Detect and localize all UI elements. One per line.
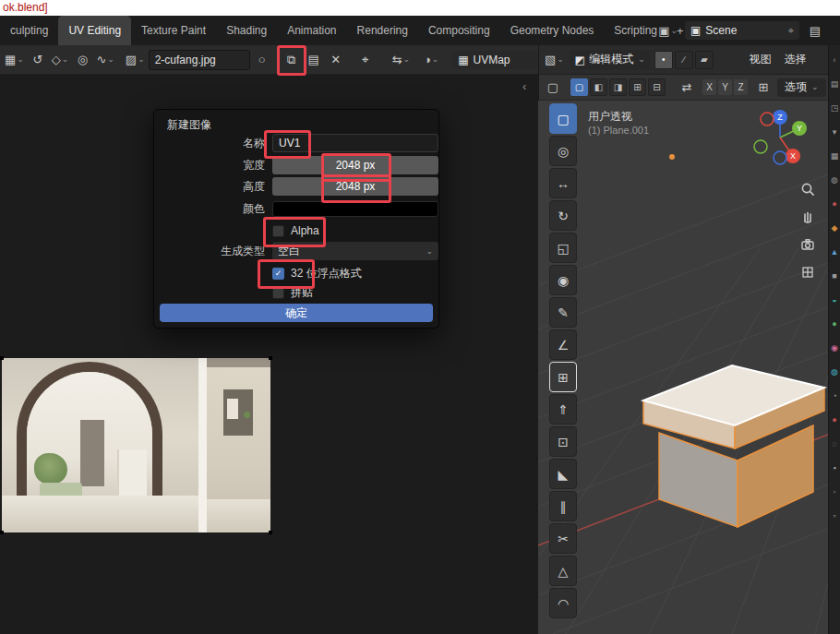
- select-option-button-4[interactable]: ⊞: [629, 78, 646, 96]
- uv-corner-handle[interactable]: [0, 531, 4, 534]
- tiled-checkbox[interactable]: [272, 287, 284, 299]
- face-select-mode-button[interactable]: ▰: [695, 51, 714, 69]
- axis-x-button[interactable]: X: [702, 79, 716, 95]
- image-name-field[interactable]: 2-cufang.jpg: [149, 50, 250, 70]
- pan-hand-icon[interactable]: [798, 208, 817, 226]
- properties-tab-icon[interactable]: ▫: [833, 512, 835, 520]
- zoom-icon[interactable]: [798, 180, 817, 198]
- workspace-tab-culpting[interactable]: culpting: [0, 16, 58, 45]
- options-dropdown[interactable]: 选项 ⌄: [777, 78, 826, 97]
- properties-tab-icon[interactable]: ◔: [832, 392, 836, 401]
- tool-extrude-region[interactable]: ⇑: [549, 394, 577, 425]
- vertex-select-mode-button[interactable]: •: [654, 51, 673, 69]
- workspace-tab-shading[interactable]: Shading: [216, 16, 277, 45]
- fake-user-button[interactable]: ○: [252, 50, 272, 70]
- properties-tab-icon[interactable]: ◒: [832, 296, 836, 305]
- falloff-button[interactable]: ∿ ⌄: [94, 50, 115, 70]
- uv-corner-handle[interactable]: [0, 356, 4, 360]
- tool-select-box[interactable]: ▢: [549, 103, 577, 134]
- orientation-button[interactable]: ⇄: [677, 78, 697, 98]
- properties-tab-icon[interactable]: ▲: [831, 248, 839, 257]
- tool-inset-faces[interactable]: ⊡: [549, 426, 577, 457]
- editor-type-button-3d[interactable]: ▧ ⌄: [543, 50, 566, 70]
- properties-tab-icon[interactable]: ◦: [833, 488, 835, 496]
- mode-dropdown[interactable]: ◩ 编辑模式 ⌄: [570, 50, 651, 70]
- properties-tab-icon[interactable]: ◍: [831, 176, 838, 185]
- properties-tab-icon[interactable]: ▾: [833, 128, 837, 137]
- properties-tab-icon[interactable]: ◆: [832, 224, 838, 233]
- scene-selector[interactable]: ▣ Scene ⌖: [685, 21, 799, 40]
- proportional-editing-button[interactable]: ◎: [72, 50, 92, 70]
- generated-type-dropdown[interactable]: 空白 ⌄: [272, 242, 438, 260]
- snap-grid-button[interactable]: ⊞: [753, 78, 774, 98]
- gizmo-x-negative[interactable]: [761, 113, 774, 126]
- scene-browse-button[interactable]: ▣ ⌄: [656, 20, 679, 41]
- select-option-button-2[interactable]: ◧: [590, 78, 607, 96]
- alpha-checkbox[interactable]: [272, 225, 284, 237]
- axis-y-button[interactable]: Y: [718, 79, 732, 95]
- tool-rotate[interactable]: ↻: [549, 200, 577, 231]
- tool-move[interactable]: ↔: [549, 168, 577, 198]
- gizmo-z-negative[interactable]: [774, 151, 786, 164]
- name-input[interactable]: UV1: [272, 134, 438, 152]
- properties-tab-icon[interactable]: ▪: [833, 464, 835, 473]
- select-option-button-1[interactable]: ▢: [570, 78, 588, 96]
- snap-button[interactable]: ◇ ⌄: [50, 50, 71, 70]
- copy-image-button[interactable]: ⧉: [282, 50, 302, 70]
- tool-bevel[interactable]: ◣: [549, 459, 577, 489]
- navigation-gizmo[interactable]: Z Y X: [747, 106, 813, 173]
- properties-tab-icon[interactable]: ◉: [831, 344, 838, 353]
- camera-view-icon[interactable]: [798, 235, 817, 254]
- editor-type-button[interactable]: ▦ ⌄: [3, 50, 26, 70]
- region-collapse-arrow[interactable]: ‹: [522, 79, 526, 93]
- ok-button[interactable]: 确定: [160, 304, 433, 322]
- unlink-image-button[interactable]: ✕: [326, 50, 346, 70]
- tool-poly-build[interactable]: △: [549, 556, 577, 586]
- properties-tab-icon[interactable]: ●: [832, 320, 836, 329]
- ortho-grid-icon[interactable]: [798, 263, 817, 281]
- properties-tab-icon[interactable]: ▦: [831, 152, 839, 161]
- properties-tab-icon[interactable]: ■: [832, 272, 836, 281]
- select-option-button-5[interactable]: ⊟: [648, 78, 666, 96]
- menu-view[interactable]: 视图: [745, 52, 776, 67]
- gizmo-y-negative[interactable]: [754, 140, 767, 153]
- uv-corner-handle[interactable]: [269, 356, 272, 360]
- properties-tab-icon[interactable]: ●: [832, 416, 836, 425]
- viewport-3d[interactable]: 用户透视 (1) Plane.001 Z Y X: [538, 101, 828, 634]
- tool-add-cube[interactable]: ⊞: [549, 362, 577, 392]
- float-checkbox[interactable]: ✓: [272, 268, 284, 280]
- tool-knife[interactable]: ✂: [549, 523, 577, 554]
- workspace-tab-compositing[interactable]: Compositing: [418, 16, 500, 45]
- properties-tab-icon[interactable]: ◌: [832, 440, 836, 449]
- properties-tab-icon[interactable]: ▤: [831, 80, 839, 89]
- uv-sync-button[interactable]: ⇆ ⌄: [390, 50, 412, 70]
- axis-z-button[interactable]: Z: [734, 79, 748, 95]
- workspace-tab-geometry-nodes[interactable]: Geometry Nodes: [500, 16, 605, 45]
- width-slider[interactable]: 2048 px: [272, 156, 438, 174]
- properties-tab-icon[interactable]: ◳: [831, 104, 839, 113]
- uvmap-selector[interactable]: ▦ UVMap: [452, 51, 537, 69]
- select-option-button-3[interactable]: ◨: [609, 78, 627, 96]
- pin-icon[interactable]: ⌖: [788, 25, 794, 37]
- display-channels-button[interactable]: ◑ ⌄: [421, 50, 441, 70]
- tool-annotate[interactable]: ✎: [549, 297, 577, 328]
- properties-tab-icon[interactable]: ◍: [831, 368, 838, 377]
- tool-scale[interactable]: ◱: [549, 233, 577, 263]
- pivot-button[interactable]: ↺: [28, 50, 48, 70]
- uv-image-preview[interactable]: [2, 358, 270, 532]
- tool-cursor[interactable]: ◎: [549, 136, 577, 166]
- edge-select-mode-button[interactable]: ∕: [675, 51, 693, 69]
- workspace-tab-rendering[interactable]: Rendering: [347, 16, 418, 45]
- properties-tab-icon[interactable]: ●: [832, 200, 836, 209]
- new-scene-button[interactable]: ▤: [805, 20, 825, 41]
- tool-measure[interactable]: ∠: [549, 329, 577, 360]
- image-browse-button[interactable]: ▨ ⌄: [124, 50, 147, 70]
- height-slider[interactable]: 2048 px: [272, 177, 438, 196]
- tool-loop-cut[interactable]: ∥: [549, 491, 577, 521]
- menu-select[interactable]: 选择: [780, 52, 811, 67]
- workspace-tab-animation[interactable]: Animation: [277, 16, 346, 45]
- tool-transform[interactable]: ◉: [549, 265, 577, 295]
- color-swatch[interactable]: [272, 201, 438, 217]
- collapse-properties-arrow[interactable]: ‹: [834, 56, 836, 65]
- new-image-button[interactable]: ▤: [304, 50, 324, 70]
